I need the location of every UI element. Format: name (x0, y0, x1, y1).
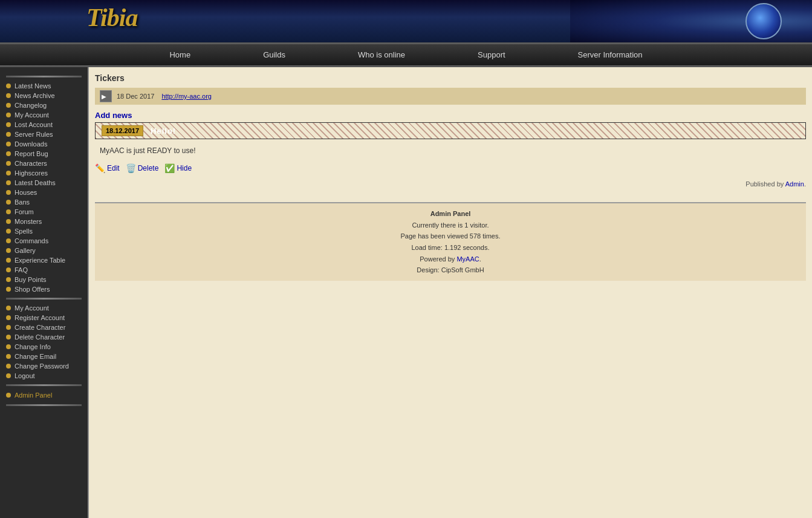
sidebar-item-spells[interactable]: Spells (0, 226, 88, 236)
sidebar-item-logout[interactable]: Logout (0, 371, 88, 381)
sidebar-item-change-info[interactable]: Change Info (0, 342, 88, 352)
sidebar-item-admin-panel[interactable]: Admin Panel (0, 390, 88, 401)
bullet-icon (6, 248, 11, 253)
bullet-icon (6, 122, 11, 127)
ticker-row: ▶ 18 Dec 2017 http://my-aac.org (95, 88, 806, 105)
bullet-icon (6, 93, 11, 98)
nav-server-info[interactable]: Server Information (542, 44, 679, 65)
bullet-icon (6, 190, 11, 195)
load-time-line: Load time: 1.192 seconds. (100, 242, 801, 254)
bullet-icon (6, 142, 11, 146)
sidebar-item-shop-offers[interactable]: Shop Offers (0, 284, 88, 294)
bullet-icon (6, 238, 11, 243)
news-title: Hello! (151, 126, 176, 136)
site-logo: Tibia (86, 3, 137, 32)
design-line: Design: CipSoft GmbH (100, 264, 801, 276)
bullet-icon (6, 393, 11, 398)
bullet-icon (6, 161, 11, 166)
sidebar-divider-mid (6, 298, 82, 300)
sidebar-item-latest-deaths[interactable]: Latest Deaths (0, 178, 88, 188)
hide-icon: ✅ (164, 163, 175, 173)
sidebar-item-my-account-top[interactable]: My Account (0, 110, 88, 120)
sidebar-item-houses[interactable]: Houses (0, 188, 88, 197)
delete-icon: 🗑️ (126, 163, 136, 173)
sidebar-item-register-account[interactable]: Register Account (0, 313, 88, 323)
news-body: MyAAC is just READY to use! (95, 142, 806, 160)
nav-support[interactable]: Support (441, 44, 542, 65)
bullet-icon (6, 344, 11, 349)
bullet-icon (6, 325, 11, 330)
sidebar-item-lost-account[interactable]: Lost Account (0, 120, 88, 130)
author-link[interactable]: Admin (785, 180, 804, 188)
bullet-icon (6, 113, 11, 117)
sidebar-item-report-bug[interactable]: Report Bug (0, 149, 88, 159)
admin-panel-label: Admin Panel (100, 208, 801, 220)
news-header-bar: 18.12.2017 Hello! (95, 122, 806, 139)
bullet-icon (6, 219, 11, 224)
news-published: Published by Admin. (95, 178, 806, 190)
delete-news-link[interactable]: 🗑️ Delete (126, 163, 159, 173)
tickers-title: Tickers (95, 73, 806, 83)
sidebar-item-bans[interactable]: Bans (0, 197, 88, 207)
news-item: 18.12.2017 Hello! MyAAC is just READY to… (95, 122, 806, 190)
sidebar-item-changelog[interactable]: Changelog (0, 100, 88, 110)
bullet-icon (6, 354, 11, 359)
bullet-icon (6, 335, 11, 339)
main-wrapper: Latest News News Archive Changelog My Ac… (0, 67, 812, 518)
bullet-icon (6, 180, 11, 185)
content-footer: Admin Panel Currently there is 1 visitor… (95, 202, 806, 281)
bullet-icon (6, 373, 11, 378)
sidebar-item-characters[interactable]: Characters (0, 159, 88, 168)
sidebar-item-forum[interactable]: Forum (0, 207, 88, 217)
ticker-date: 18 Dec 2017 (117, 93, 154, 100)
sidebar-item-latest-news[interactable]: Latest News (0, 81, 88, 91)
sidebar-item-server-rules[interactable]: Server Rules (0, 130, 88, 139)
nav-guilds[interactable]: Guilds (227, 44, 322, 65)
sidebar-item-delete-character[interactable]: Delete Character (0, 332, 88, 342)
hide-news-link[interactable]: ✅ Hide (164, 163, 192, 173)
bullet-icon (6, 315, 11, 320)
sidebar-item-downloads[interactable]: Downloads (0, 139, 88, 149)
sidebar-item-monsters[interactable]: Monsters (0, 217, 88, 226)
sidebar-divider-bot (6, 384, 82, 386)
bullet-icon (6, 306, 11, 310)
bullet-icon (6, 277, 11, 282)
sidebar-item-buy-points[interactable]: Buy Points (0, 275, 88, 284)
ticker-icon: ▶ (100, 90, 112, 102)
tickers-section: Tickers ▶ 18 Dec 2017 http://my-aac.org (95, 73, 806, 105)
bullet-icon (6, 132, 11, 137)
sidebar-item-change-email[interactable]: Change Email (0, 352, 88, 361)
nav-who-is-online[interactable]: Who is online (322, 44, 441, 65)
bullet-icon (6, 209, 11, 214)
sidebar-item-create-character[interactable]: Create Character (0, 323, 88, 332)
add-news-link[interactable]: Add news (95, 111, 806, 120)
news-date-badge: 18.12.2017 (102, 125, 143, 136)
sidebar-item-gallery[interactable]: Gallery (0, 246, 88, 255)
bullet-icon (6, 287, 11, 292)
myaac-link[interactable]: MyAAC (456, 255, 479, 263)
sidebar-item-commands[interactable]: Commands (0, 236, 88, 246)
sidebar-divider-end (6, 404, 82, 406)
bullet-icon (6, 267, 11, 272)
bullet-icon (6, 229, 11, 234)
bullet-icon (6, 258, 11, 263)
powered-by-line: Powered by MyAAC. (100, 254, 801, 265)
sidebar-item-news-archive[interactable]: News Archive (0, 91, 88, 100)
sidebar-item-exp-table[interactable]: Experience Table (0, 255, 88, 265)
sidebar-item-my-account-bot[interactable]: My Account (0, 303, 88, 313)
bullet-icon (6, 364, 11, 369)
sidebar-item-faq[interactable]: FAQ (0, 265, 88, 275)
sidebar-item-highscores[interactable]: Highscores (0, 168, 88, 178)
news-actions: ✏️ Edit 🗑️ Delete ✅ Hide (95, 162, 806, 174)
nav-home[interactable]: Home (133, 44, 227, 65)
edit-news-link[interactable]: ✏️ Edit (95, 163, 120, 173)
edit-icon: ✏️ (95, 163, 105, 173)
sidebar-item-change-password[interactable]: Change Password (0, 361, 88, 371)
bullet-icon (6, 151, 11, 156)
ticker-url[interactable]: http://my-aac.org (161, 93, 212, 100)
content-area: Tickers ▶ 18 Dec 2017 http://my-aac.org … (88, 67, 812, 518)
sidebar-divider-top (6, 76, 82, 77)
sidebar: Latest News News Archive Changelog My Ac… (0, 67, 88, 518)
bullet-icon (6, 84, 11, 88)
bullet-icon (6, 171, 11, 175)
